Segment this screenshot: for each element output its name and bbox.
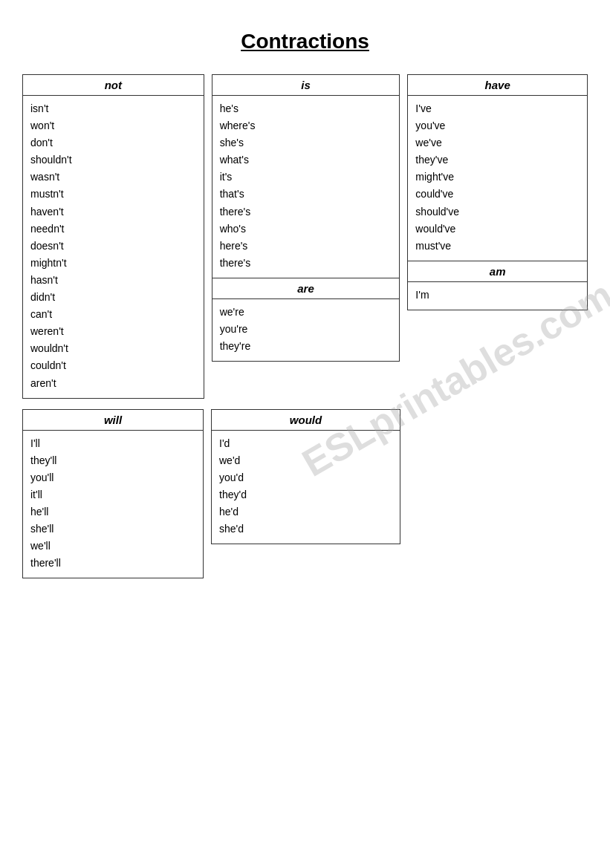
is-word-10: there's	[220, 255, 392, 272]
have-word-5: might've	[415, 169, 580, 186]
would-word-6: she'd	[219, 521, 392, 538]
bottom-row: will I'll they'll you'll it'll he'll she…	[22, 409, 588, 579]
have-am-col: have I've you've we've they've might've …	[407, 74, 588, 310]
will-word-2: they'll	[30, 452, 195, 469]
not-body: isn't won't don't shouldn't wasn't mustn…	[23, 96, 204, 398]
are-word-1: we're	[220, 304, 392, 321]
are-word-2: you're	[220, 321, 392, 338]
is-word-4: what's	[220, 151, 392, 169]
is-word-7: there's	[220, 203, 392, 221]
is-word-8: who's	[220, 221, 392, 238]
have-word-6: could've	[415, 186, 580, 203]
have-table: have I've you've we've they've might've …	[407, 74, 588, 261]
is-are-col: is he's where's she's what's it's that's…	[212, 74, 400, 362]
have-word-9: must've	[415, 238, 580, 255]
are-table: are we're you're they're	[212, 278, 400, 362]
will-word-6: she'll	[30, 521, 195, 538]
have-word-3: we've	[415, 134, 580, 151]
will-word-5: he'll	[30, 503, 195, 521]
not-word-11: hasn't	[30, 272, 196, 289]
will-table: will I'll they'll you'll it'll he'll she…	[22, 409, 204, 579]
is-word-1: he's	[220, 100, 392, 117]
would-word-5: he'd	[219, 503, 392, 521]
will-header: will	[23, 410, 203, 431]
not-word-16: couldn't	[30, 357, 196, 374]
is-table: is he's where's she's what's it's that's…	[212, 74, 400, 278]
not-word-8: needn't	[30, 221, 196, 238]
is-word-3: she's	[220, 134, 392, 151]
would-body: I'd we'd you'd they'd he'd she'd	[212, 431, 400, 544]
is-word-6: that's	[220, 186, 392, 203]
will-word-1: I'll	[30, 435, 195, 452]
am-table: am I'm	[407, 261, 588, 310]
have-body: I've you've we've they've might've could…	[408, 96, 587, 261]
would-word-3: you'd	[219, 469, 392, 486]
have-word-2: you've	[415, 117, 580, 134]
not-word-3: don't	[30, 134, 196, 151]
is-word-9: here's	[220, 238, 392, 255]
would-word-1: I'd	[219, 435, 392, 452]
will-word-3: you'll	[30, 469, 195, 486]
am-header: am	[408, 261, 587, 282]
not-word-4: shouldn't	[30, 151, 196, 169]
would-word-2: we'd	[219, 452, 392, 469]
not-header: not	[23, 75, 204, 96]
not-word-9: doesn't	[30, 238, 196, 255]
is-body: he's where's she's what's it's that's th…	[212, 96, 400, 278]
will-word-8: there'll	[30, 555, 195, 572]
not-word-6: mustn't	[30, 186, 196, 203]
would-header: would	[212, 410, 400, 431]
not-table: not isn't won't don't shouldn't wasn't m…	[22, 74, 204, 399]
will-word-7: we'll	[30, 538, 195, 555]
not-word-17: aren't	[30, 375, 196, 392]
have-header: have	[408, 75, 587, 96]
am-body: I'm	[408, 282, 587, 310]
are-header: are	[212, 278, 400, 299]
have-word-4: they've	[415, 151, 580, 169]
would-word-4: they'd	[219, 486, 392, 503]
not-word-15: wouldn't	[30, 340, 196, 357]
not-word-2: won't	[30, 117, 196, 134]
have-word-1: I've	[415, 100, 580, 117]
not-word-13: can't	[30, 306, 196, 323]
page-title: Contractions	[22, 30, 588, 53]
would-table: would I'd we'd you'd they'd he'd she'd	[211, 409, 400, 545]
are-word-3: they're	[220, 338, 392, 355]
not-word-5: wasn't	[30, 169, 196, 186]
will-body: I'll they'll you'll it'll he'll she'll w…	[23, 431, 203, 578]
top-row: not isn't won't don't shouldn't wasn't m…	[22, 74, 588, 399]
is-word-2: where's	[220, 117, 392, 134]
not-word-1: isn't	[30, 100, 196, 117]
are-body: we're you're they're	[212, 299, 400, 361]
have-word-8: would've	[415, 221, 580, 238]
will-word-4: it'll	[30, 486, 195, 503]
is-header: is	[212, 75, 400, 96]
not-word-10: mightn't	[30, 255, 196, 272]
not-word-7: haven't	[30, 203, 196, 221]
have-word-7: should've	[415, 203, 580, 221]
is-word-5: it's	[220, 169, 392, 186]
am-word-1: I'm	[415, 287, 580, 304]
not-word-14: weren't	[30, 323, 196, 340]
not-word-12: didn't	[30, 289, 196, 306]
